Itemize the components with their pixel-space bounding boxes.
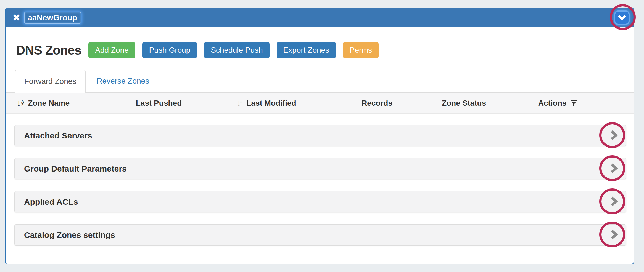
- panel-title: Attached Servers: [24, 131, 92, 140]
- toolbar: DNS Zones Add Zone Push Group Schedule P…: [16, 42, 634, 58]
- tab-reverse-zones[interactable]: Reverse Zones: [86, 70, 160, 92]
- column-label: Last Pushed: [136, 99, 182, 108]
- page-title: DNS Zones: [16, 43, 81, 58]
- panel-list: Attached Servers Group Default Parameter…: [14, 125, 626, 246]
- export-zones-button[interactable]: Export Zones: [277, 42, 336, 58]
- push-group-button[interactable]: Push Group: [142, 42, 197, 58]
- filter-icon[interactable]: [570, 99, 577, 107]
- column-label: Actions: [538, 99, 567, 108]
- column-label: Zone Status: [442, 99, 486, 108]
- schedule-push-button[interactable]: Schedule Push: [204, 42, 269, 58]
- zone-tabs: Forward Zones Reverse Zones: [6, 70, 634, 93]
- panel-catalog-zones-settings[interactable]: Catalog Zones settings: [14, 224, 626, 246]
- group-card: ✖ aaNewGroup DNS Zones Add Zone Push Gro…: [5, 8, 634, 264]
- panel-title: Applied ACLs: [24, 197, 78, 207]
- chevron-right-icon[interactable]: [611, 163, 618, 174]
- chevron-right-icon[interactable]: [611, 130, 618, 141]
- chevron-down-icon: [618, 15, 626, 20]
- sort-alpha-asc-icon[interactable]: ↓ A Z: [17, 99, 24, 108]
- group-title-link[interactable]: aaNewGroup: [24, 12, 81, 24]
- tab-forward-zones[interactable]: Forward Zones: [15, 70, 86, 93]
- page: ✖ aaNewGroup DNS Zones Add Zone Push Gro…: [0, 0, 644, 272]
- panel-title: Catalog Zones settings: [24, 230, 115, 240]
- column-header-zone-status[interactable]: Zone Status: [425, 99, 503, 108]
- zones-table-header: ↓ A Z Zone Name Last Pushed ↓↑ Last Modi…: [6, 93, 634, 114]
- close-icon[interactable]: ✖: [13, 13, 20, 22]
- panel-group-default-parameters[interactable]: Group Default Parameters: [14, 158, 626, 179]
- group-header-bar: ✖ aaNewGroup: [6, 8, 634, 27]
- perms-button[interactable]: Perms: [343, 42, 379, 58]
- column-header-zone-name[interactable]: ↓ A Z Zone Name: [6, 99, 113, 108]
- panel-applied-acls[interactable]: Applied ACLs: [14, 191, 626, 212]
- sort-up-down-icon[interactable]: ↓↑: [237, 98, 241, 108]
- panel-title: Group Default Parameters: [24, 164, 127, 174]
- column-label: Records: [361, 99, 392, 108]
- collapse-button[interactable]: [615, 12, 629, 24]
- add-zone-button[interactable]: Add Zone: [88, 42, 135, 58]
- panel-attached-servers[interactable]: Attached Servers: [14, 125, 626, 146]
- chevron-right-icon[interactable]: [611, 196, 618, 207]
- column-label: Zone Name: [28, 99, 70, 108]
- column-label: Last Modified: [246, 99, 296, 108]
- chevron-right-icon[interactable]: [611, 230, 618, 241]
- column-header-records[interactable]: Records: [329, 99, 425, 108]
- column-header-last-pushed[interactable]: Last Pushed: [113, 99, 204, 108]
- column-header-actions[interactable]: Actions: [503, 99, 613, 108]
- column-header-last-modified[interactable]: ↓↑ Last Modified: [204, 98, 329, 108]
